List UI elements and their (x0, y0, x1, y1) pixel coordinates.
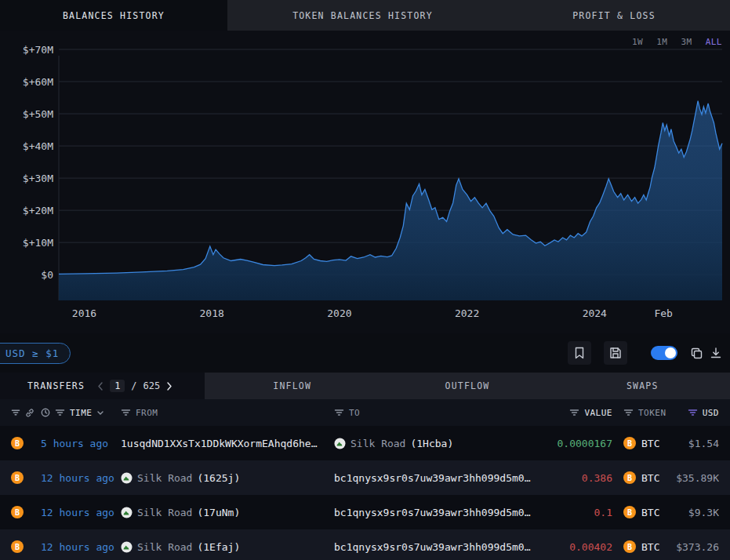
value-column-header[interactable]: VALUE (538, 408, 612, 418)
prev-page-button[interactable] (97, 382, 104, 391)
filter-icon[interactable] (569, 409, 579, 416)
btc-chain-icon: B (11, 437, 24, 449)
range-button-1m[interactable]: 1M (656, 37, 667, 47)
address-text: bc1qnysx9sr0s7uw39awr3hh099d5m0… (334, 541, 530, 553)
entity-tag: (17uNm) (197, 507, 240, 518)
filter-icon[interactable] (11, 409, 20, 416)
btc-token-icon: B (623, 506, 636, 518)
entity-tag: (1Hcba) (410, 438, 453, 449)
chain-cell: B (11, 540, 35, 553)
to-cell[interactable]: Silk Road(1Hcba) (334, 438, 538, 449)
y-tick-label: $+40M (23, 140, 53, 152)
balance-area-chart[interactable]: $+70M$+60M$+50M$+40M$+30M$+20M$+10M$0201… (0, 31, 730, 333)
tab-inflow[interactable]: INFLOW (205, 373, 380, 399)
transfers-table-body: B5 hours ago1usqdND1XXsTx1DDkWKXormEAhqd… (0, 426, 730, 560)
x-tick-label: 2022 (455, 307, 479, 319)
next-page-button[interactable] (166, 382, 173, 391)
clock-icon (41, 408, 50, 417)
chain-column-header (11, 408, 35, 418)
to-cell[interactable]: bc1qnysx9sr0s7uw39awr3hh099d5m0… (334, 472, 538, 484)
transfers-tab[interactable]: TRANSFERS 1 / 625 (0, 373, 205, 399)
from-cell[interactable]: Silk Road(1625j) (121, 472, 334, 484)
table-row: B12 hours agoSilk Road(1Efaj)bc1qnysx9sr… (0, 529, 730, 560)
token-cell: BBTC (612, 540, 669, 553)
transfer-usd: $9.3K (669, 507, 719, 518)
chain-cell: B (11, 506, 35, 518)
y-tick-label: $+30M (23, 173, 53, 184)
token-symbol: BTC (641, 438, 659, 449)
to-cell[interactable]: bc1qnysx9sr0s7uw39awr3hh099d5m0… (334, 507, 538, 518)
tab-balances-history[interactable]: BALANCES HISTORY (0, 0, 227, 31)
filter-icon[interactable] (623, 409, 634, 416)
tab-swaps[interactable]: SWAPS (555, 373, 730, 399)
filter-icon[interactable] (121, 409, 131, 416)
table-row: B12 hours agoSilk Road(1625j)bc1qnysx9sr… (0, 460, 730, 495)
y-tick-label: $+10M (23, 237, 53, 249)
transfer-time-link[interactable]: 12 hours ago (35, 472, 121, 484)
x-tick-label: 2024 (583, 307, 607, 319)
total-pages: 625 (143, 380, 161, 391)
range-button-all[interactable]: ALL (706, 37, 722, 47)
table-row: B12 hours agoSilk Road(17uNm)bc1qnysx9sr… (0, 495, 730, 529)
to-column-header[interactable]: TO (334, 408, 538, 418)
y-tick-label: $0 (41, 269, 53, 281)
from-cell[interactable]: Silk Road(1Efaj) (121, 541, 334, 553)
toggle-knob (665, 347, 676, 358)
y-tick-label: $+70M (23, 44, 53, 56)
save-button[interactable] (604, 341, 627, 365)
chevron-down-icon[interactable] (97, 411, 104, 415)
transfer-value: 0.00402 (538, 541, 612, 553)
pagination: 1 / 625 (97, 380, 173, 392)
copy-button[interactable] (690, 347, 703, 360)
silk-road-entity-icon (121, 507, 133, 518)
filter-icon-active[interactable] (688, 409, 698, 416)
transfer-time-link[interactable]: 12 hours ago (35, 507, 121, 518)
transfer-value: 0.1 (538, 507, 612, 518)
tab-outflow[interactable]: OUTFLOW (380, 373, 554, 399)
transfer-time-link[interactable]: 12 hours ago (35, 541, 121, 553)
address-text: 1usqdND1XXsTx1DDkWKXormEAhqd6he… (121, 438, 317, 449)
chain-cell: B (11, 471, 35, 484)
x-tick-label: 2018 (200, 307, 224, 319)
filter-icon[interactable] (55, 409, 65, 416)
current-page[interactable]: 1 (110, 380, 125, 392)
time-column-header[interactable]: TIME (35, 408, 121, 418)
transfer-time-link[interactable]: 5 hours ago (35, 438, 121, 449)
download-icon (710, 347, 722, 359)
copy-icon (690, 347, 703, 360)
tab-profit-and-loss[interactable]: PROFIT & LOSS (498, 0, 730, 31)
filter-icon[interactable] (334, 409, 344, 416)
tab-token-balances-history[interactable]: TOKEN BALANCES HISTORY (227, 0, 498, 31)
y-tick-label: $+50M (23, 108, 53, 120)
chevron-right-icon (166, 382, 173, 391)
from-cell[interactable]: 1usqdND1XXsTx1DDkWKXormEAhqd6he… (121, 438, 334, 449)
from-column-header[interactable]: FROM (121, 408, 334, 418)
btc-chain-icon: B (11, 540, 24, 553)
usd-toggle[interactable] (651, 346, 677, 360)
to-cell[interactable]: bc1qnysx9sr0s7uw39awr3hh099d5m0… (334, 541, 538, 553)
y-tick-label: $+60M (23, 76, 53, 88)
link-icon[interactable] (25, 408, 35, 418)
transfer-value: 0.386 (538, 472, 612, 484)
silk-road-entity-icon (121, 472, 133, 484)
usd-filter-pill[interactable]: USD ≥ $1 (0, 343, 71, 364)
usd-column-header[interactable]: USD (669, 408, 719, 418)
token-symbol: BTC (641, 541, 659, 553)
download-button[interactable] (710, 347, 722, 359)
from-cell[interactable]: Silk Road(17uNm) (121, 507, 334, 518)
transfer-value: 0.0000167 (538, 438, 612, 449)
address-text: bc1qnysx9sr0s7uw39awr3hh099d5m0… (334, 472, 530, 484)
chart-toolbar: USD ≥ $1 (0, 333, 730, 373)
silk-road-entity-icon (121, 541, 133, 553)
entity-name: Silk Road (350, 438, 405, 449)
time-range-selector: 1W1M3MALL (632, 37, 722, 47)
range-button-3m[interactable]: 3M (681, 37, 692, 47)
bookmark-button[interactable] (568, 341, 591, 365)
chevron-left-icon (97, 382, 104, 391)
range-button-1w[interactable]: 1W (632, 37, 643, 47)
table-row: B5 hours ago1usqdND1XXsTx1DDkWKXormEAhqd… (0, 426, 730, 460)
btc-token-icon: B (623, 471, 636, 484)
token-column-header[interactable]: TOKEN (612, 408, 669, 418)
btc-token-icon: B (623, 437, 636, 449)
transfer-usd: $1.54 (669, 438, 719, 449)
